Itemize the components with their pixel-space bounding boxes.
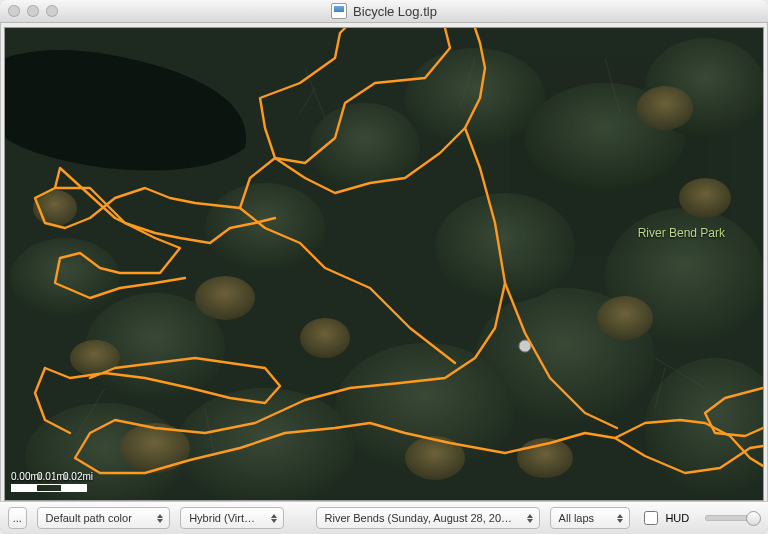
hud-checkbox[interactable]: HUD [640, 508, 689, 528]
map-type-label: Hybrid (Virt… [189, 512, 255, 524]
chevron-updown-icon [615, 510, 625, 526]
gps-track [5, 28, 763, 500]
chevron-updown-icon [525, 510, 535, 526]
path-color-select[interactable]: Default path color [37, 507, 171, 529]
hud-label: HUD [665, 512, 689, 524]
activity-label: River Bends (Sunday, August 28, 20… [325, 512, 513, 524]
traffic-lights [8, 5, 58, 17]
close-icon[interactable] [8, 5, 20, 17]
chevron-updown-icon [155, 510, 165, 526]
document-icon [331, 3, 347, 19]
window-title: Bicycle Log.tlp [0, 3, 768, 19]
map-view[interactable]: River Bend Park 0.00mi0.01mi0.02mi [4, 27, 764, 501]
window-title-text: Bicycle Log.tlp [353, 4, 437, 19]
opacity-slider[interactable] [705, 515, 760, 521]
scale-tick-0: 0.00mi [11, 471, 37, 482]
path-color-label: Default path color [46, 512, 132, 524]
app-window: Bicycle Log.tlp [0, 0, 768, 534]
chevron-updown-icon [269, 510, 279, 526]
hud-checkbox-input[interactable] [644, 511, 658, 525]
slider-thumb[interactable] [746, 511, 761, 526]
map-type-select[interactable]: Hybrid (Virt… [180, 507, 283, 529]
toolbar: ... Default path color Hybrid (Virt… Riv… [0, 501, 768, 534]
minimize-icon[interactable] [27, 5, 39, 17]
activity-select[interactable]: River Bends (Sunday, August 28, 20… [316, 507, 540, 529]
ellipsis-icon: ... [13, 512, 22, 524]
laps-select[interactable]: All laps [550, 507, 631, 529]
laps-label: All laps [559, 512, 594, 524]
titlebar[interactable]: Bicycle Log.tlp [0, 0, 768, 23]
options-button[interactable]: ... [8, 507, 27, 529]
scale-tick-2: 0.02mi [63, 471, 89, 482]
scale-tick-1: 0.01mi [37, 471, 63, 482]
scale-bar: 0.00mi0.01mi0.02mi [11, 471, 89, 492]
zoom-icon[interactable] [46, 5, 58, 17]
map-label-park: River Bend Park [638, 226, 725, 240]
